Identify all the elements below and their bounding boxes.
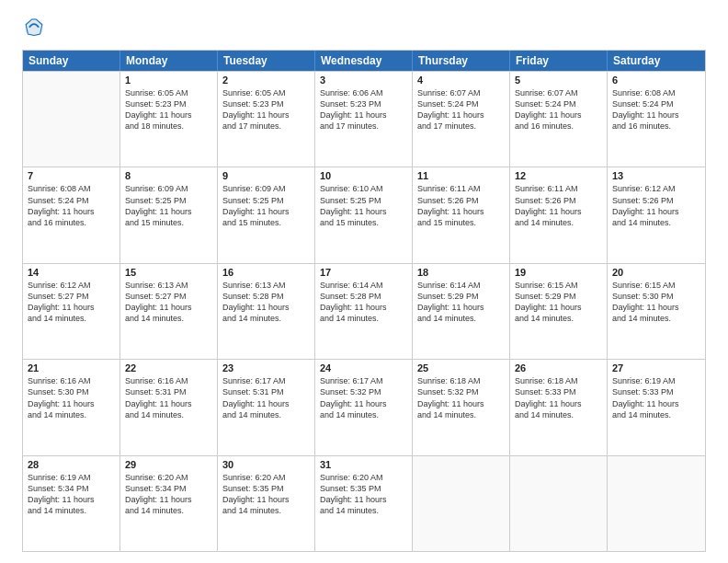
cell-day-number: 21 (28, 362, 115, 373)
cell-day-number: 22 (125, 362, 212, 373)
cell-day-number: 11 (417, 170, 505, 181)
cell-info-text: Sunrise: 6:17 AM Sunset: 5:32 PM Dayligh… (320, 375, 407, 420)
calendar-body: 1Sunrise: 6:05 AM Sunset: 5:23 PM Daylig… (23, 71, 705, 551)
calendar-cell: 22Sunrise: 6:16 AM Sunset: 5:31 PM Dayli… (120, 360, 218, 454)
cell-day-number: 7 (28, 170, 115, 181)
cell-day-number: 18 (417, 267, 505, 278)
cell-day-number: 9 (222, 170, 310, 181)
cell-info-text: Sunrise: 6:15 AM Sunset: 5:29 PM Dayligh… (515, 280, 602, 325)
cell-info-text: Sunrise: 6:18 AM Sunset: 5:33 PM Dayligh… (515, 375, 602, 420)
header-cell-tuesday: Tuesday (218, 51, 315, 71)
cell-day-number: 14 (28, 267, 115, 278)
cell-day-number: 27 (612, 362, 700, 373)
calendar-cell: 2Sunrise: 6:05 AM Sunset: 5:23 PM Daylig… (218, 72, 315, 167)
calendar-cell: 29Sunrise: 6:20 AM Sunset: 5:34 PM Dayli… (120, 456, 218, 551)
cell-info-text: Sunrise: 6:08 AM Sunset: 5:24 PM Dayligh… (28, 183, 115, 228)
header-cell-saturday: Saturday (608, 51, 705, 71)
calendar-cell: 23Sunrise: 6:17 AM Sunset: 5:31 PM Dayli… (218, 360, 315, 454)
cell-info-text: Sunrise: 6:15 AM Sunset: 5:30 PM Dayligh… (612, 280, 700, 325)
calendar-cell: 9Sunrise: 6:09 AM Sunset: 5:25 PM Daylig… (218, 167, 315, 262)
cell-info-text: Sunrise: 6:17 AM Sunset: 5:31 PM Dayligh… (222, 375, 310, 420)
calendar-cell: 14Sunrise: 6:12 AM Sunset: 5:27 PM Dayli… (23, 264, 120, 359)
calendar-cell (608, 456, 705, 551)
cell-info-text: Sunrise: 6:14 AM Sunset: 5:29 PM Dayligh… (417, 280, 505, 325)
header-cell-friday: Friday (510, 51, 608, 71)
calendar-cell: 20Sunrise: 6:15 AM Sunset: 5:30 PM Dayli… (608, 264, 705, 359)
cell-day-number: 19 (515, 267, 602, 278)
header-cell-thursday: Thursday (413, 51, 510, 71)
cell-day-number: 8 (125, 170, 212, 181)
header-cell-sunday: Sunday (23, 51, 120, 71)
calendar-cell: 17Sunrise: 6:14 AM Sunset: 5:28 PM Dayli… (315, 264, 413, 359)
calendar-cell (23, 72, 120, 167)
cell-info-text: Sunrise: 6:06 AM Sunset: 5:23 PM Dayligh… (320, 87, 407, 132)
logo-icon (24, 17, 44, 37)
cell-day-number: 2 (222, 75, 310, 86)
cell-day-number: 24 (320, 362, 407, 373)
cell-info-text: Sunrise: 6:07 AM Sunset: 5:24 PM Dayligh… (417, 87, 505, 132)
cell-day-number: 25 (417, 362, 505, 373)
calendar-cell: 5Sunrise: 6:07 AM Sunset: 5:24 PM Daylig… (510, 72, 608, 167)
cell-day-number: 13 (612, 170, 700, 181)
calendar-cell: 27Sunrise: 6:19 AM Sunset: 5:33 PM Dayli… (608, 360, 705, 454)
header (22, 17, 706, 40)
cell-info-text: Sunrise: 6:16 AM Sunset: 5:30 PM Dayligh… (28, 375, 115, 420)
cell-info-text: Sunrise: 6:08 AM Sunset: 5:24 PM Dayligh… (612, 87, 700, 132)
calendar-cell: 24Sunrise: 6:17 AM Sunset: 5:32 PM Dayli… (315, 360, 413, 454)
calendar-cell: 15Sunrise: 6:13 AM Sunset: 5:27 PM Dayli… (120, 264, 218, 359)
calendar-cell: 18Sunrise: 6:14 AM Sunset: 5:29 PM Dayli… (413, 264, 510, 359)
header-cell-wednesday: Wednesday (315, 51, 413, 71)
cell-day-number: 30 (222, 459, 310, 470)
cell-day-number: 23 (222, 362, 310, 373)
calendar: SundayMondayTuesdayWednesdayThursdayFrid… (22, 50, 706, 552)
calendar-cell: 25Sunrise: 6:18 AM Sunset: 5:32 PM Dayli… (413, 360, 510, 454)
cell-info-text: Sunrise: 6:20 AM Sunset: 5:34 PM Dayligh… (125, 472, 212, 517)
calendar-row-3: 14Sunrise: 6:12 AM Sunset: 5:27 PM Dayli… (23, 263, 705, 359)
cell-info-text: Sunrise: 6:09 AM Sunset: 5:25 PM Dayligh… (222, 183, 310, 228)
calendar-row-2: 7Sunrise: 6:08 AM Sunset: 5:24 PM Daylig… (23, 167, 705, 262)
calendar-cell: 28Sunrise: 6:19 AM Sunset: 5:34 PM Dayli… (23, 456, 120, 551)
cell-day-number: 29 (125, 459, 212, 470)
cell-info-text: Sunrise: 6:05 AM Sunset: 5:23 PM Dayligh… (222, 87, 310, 132)
cell-info-text: Sunrise: 6:20 AM Sunset: 5:35 PM Dayligh… (222, 472, 310, 517)
cell-day-number: 15 (125, 267, 212, 278)
cell-day-number: 1 (125, 75, 212, 86)
cell-day-number: 10 (320, 170, 407, 181)
calendar-row-5: 28Sunrise: 6:19 AM Sunset: 5:34 PM Dayli… (23, 455, 705, 551)
cell-info-text: Sunrise: 6:09 AM Sunset: 5:25 PM Dayligh… (125, 183, 212, 228)
calendar-cell: 31Sunrise: 6:20 AM Sunset: 5:35 PM Dayli… (315, 456, 413, 551)
cell-day-number: 5 (515, 75, 602, 86)
cell-day-number: 12 (515, 170, 602, 181)
cell-info-text: Sunrise: 6:11 AM Sunset: 5:26 PM Dayligh… (515, 183, 602, 228)
cell-day-number: 16 (222, 267, 310, 278)
cell-info-text: Sunrise: 6:05 AM Sunset: 5:23 PM Dayligh… (125, 87, 212, 132)
cell-day-number: 20 (612, 267, 700, 278)
calendar-cell: 26Sunrise: 6:18 AM Sunset: 5:33 PM Dayli… (510, 360, 608, 454)
page: SundayMondayTuesdayWednesdayThursdayFrid… (0, 0, 728, 563)
cell-info-text: Sunrise: 6:10 AM Sunset: 5:25 PM Dayligh… (320, 183, 407, 228)
cell-info-text: Sunrise: 6:16 AM Sunset: 5:31 PM Dayligh… (125, 375, 212, 420)
calendar-cell: 10Sunrise: 6:10 AM Sunset: 5:25 PM Dayli… (315, 167, 413, 262)
cell-day-number: 31 (320, 459, 407, 470)
logo (22, 17, 44, 40)
cell-day-number: 17 (320, 267, 407, 278)
header-cell-monday: Monday (120, 51, 218, 71)
cell-info-text: Sunrise: 6:07 AM Sunset: 5:24 PM Dayligh… (515, 87, 602, 132)
calendar-row-1: 1Sunrise: 6:05 AM Sunset: 5:23 PM Daylig… (23, 71, 705, 167)
calendar-cell: 3Sunrise: 6:06 AM Sunset: 5:23 PM Daylig… (315, 72, 413, 167)
cell-day-number: 6 (612, 75, 700, 86)
calendar-cell: 16Sunrise: 6:13 AM Sunset: 5:28 PM Dayli… (218, 264, 315, 359)
cell-day-number: 28 (28, 459, 115, 470)
cell-info-text: Sunrise: 6:14 AM Sunset: 5:28 PM Dayligh… (320, 280, 407, 325)
cell-info-text: Sunrise: 6:18 AM Sunset: 5:32 PM Dayligh… (417, 375, 505, 420)
calendar-cell (510, 456, 608, 551)
cell-info-text: Sunrise: 6:13 AM Sunset: 5:28 PM Dayligh… (222, 280, 310, 325)
cell-day-number: 26 (515, 362, 602, 373)
calendar-row-4: 21Sunrise: 6:16 AM Sunset: 5:30 PM Dayli… (23, 359, 705, 454)
calendar-cell: 21Sunrise: 6:16 AM Sunset: 5:30 PM Dayli… (23, 360, 120, 454)
calendar-cell: 1Sunrise: 6:05 AM Sunset: 5:23 PM Daylig… (120, 72, 218, 167)
calendar-cell: 12Sunrise: 6:11 AM Sunset: 5:26 PM Dayli… (510, 167, 608, 262)
calendar-cell: 7Sunrise: 6:08 AM Sunset: 5:24 PM Daylig… (23, 167, 120, 262)
calendar-cell: 6Sunrise: 6:08 AM Sunset: 5:24 PM Daylig… (608, 72, 705, 167)
calendar-cell: 13Sunrise: 6:12 AM Sunset: 5:26 PM Dayli… (608, 167, 705, 262)
